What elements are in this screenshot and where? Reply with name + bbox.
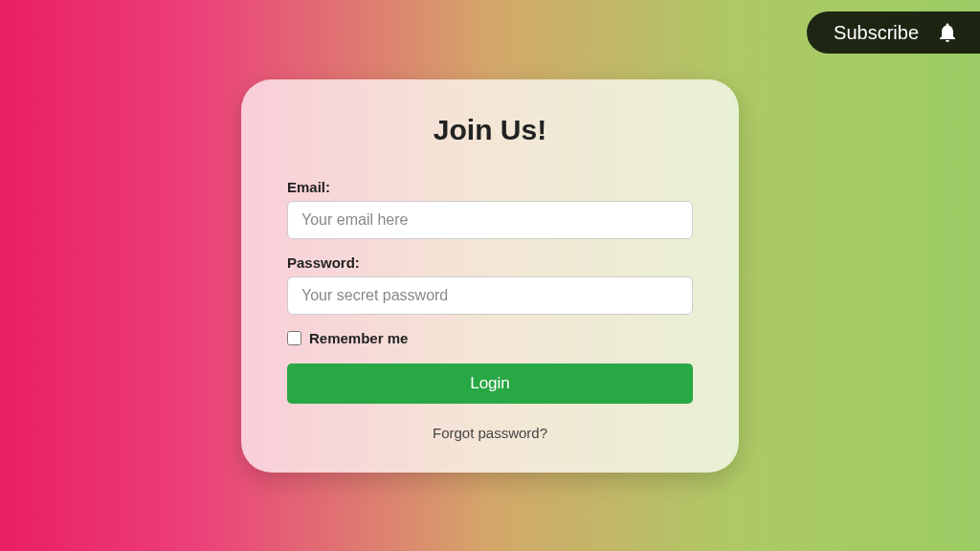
subscribe-label: Subscribe <box>834 22 919 44</box>
email-input[interactable] <box>287 201 693 239</box>
login-button[interactable]: Login <box>287 364 693 404</box>
forgot-password-link[interactable]: Forgot password? <box>433 425 547 441</box>
password-group: Password: <box>287 254 693 315</box>
remember-label: Remember me <box>309 330 408 346</box>
password-input[interactable] <box>287 276 693 315</box>
email-group: Email: <box>287 179 693 239</box>
remember-row: Remember me <box>287 330 693 346</box>
bell-icon <box>936 21 959 44</box>
password-label: Password: <box>287 254 693 271</box>
card-title: Join Us! <box>287 114 693 146</box>
subscribe-badge[interactable]: Subscribe <box>807 11 980 54</box>
email-label: Email: <box>287 179 693 195</box>
login-card: Join Us! Email: Password: Remember me Lo… <box>241 79 739 473</box>
remember-checkbox[interactable] <box>287 331 301 345</box>
forgot-row: Forgot password? <box>287 425 693 442</box>
